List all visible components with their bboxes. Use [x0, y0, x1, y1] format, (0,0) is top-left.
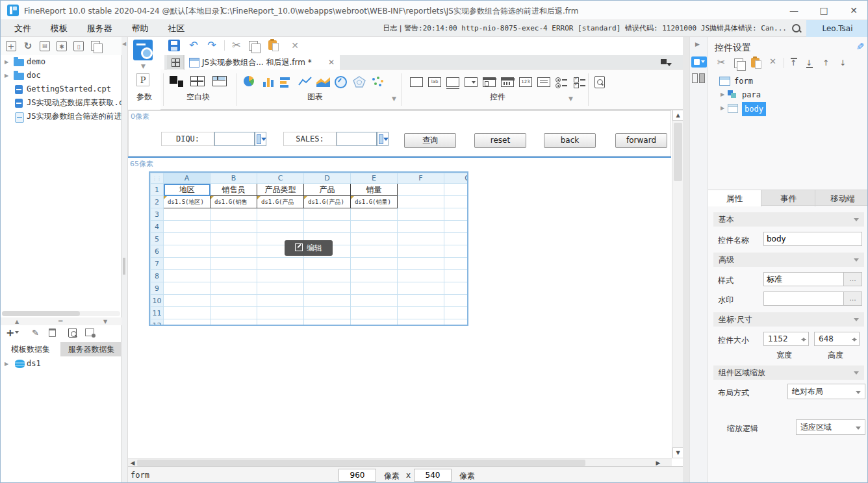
grid-cell[interactable] — [211, 295, 257, 307]
grid-cell[interactable] — [304, 221, 351, 233]
expand-arrow-icon[interactable]: ▶ — [721, 88, 724, 101]
tab-events[interactable]: 事件 — [762, 190, 815, 206]
grid-cell[interactable] — [211, 245, 257, 258]
grid-cell[interactable]: 销量 — [351, 184, 398, 196]
reset-button[interactable]: reset — [474, 133, 526, 148]
document-tab-active[interactable]: JS实现参数组合... 和后退.frm * ✕ — [185, 55, 340, 69]
grid-cell[interactable] — [444, 295, 469, 307]
grid-cell[interactable]: ds1.G(销售 — [211, 196, 257, 208]
log-status-area[interactable]: 日志 | 警告:20:14:00 http-nio-8075-exec-4 ER… — [383, 20, 787, 37]
expand-arrow-icon[interactable]: ▶ — [5, 55, 8, 69]
tree-item-label[interactable]: demo — [27, 55, 45, 69]
document-tab-title[interactable]: JS实现参数组合... 和后退.frm * — [202, 55, 312, 69]
section-collapse-icon[interactable] — [854, 318, 859, 324]
grid-cell[interactable] — [304, 319, 351, 327]
scale-logic-select[interactable]: 适应区域 — [796, 419, 865, 435]
widget-name-input[interactable] — [763, 232, 862, 246]
close-button[interactable]: ✕ — [839, 1, 868, 20]
grid-cell[interactable] — [164, 233, 211, 245]
radar-chart-icon[interactable] — [353, 76, 367, 88]
grid-cell[interactable] — [164, 295, 211, 307]
grid-cell[interactable]: ds1.G(产品 — [257, 196, 304, 208]
panel-splitter[interactable]: ▲ = ▼ — [1, 317, 121, 325]
expand-arrow-icon[interactable]: ▶ — [5, 357, 8, 371]
horizontal-scroll-thumb[interactable] — [137, 460, 585, 466]
tree-item-label[interactable]: JS实现参数组合筛选的前进 — [27, 110, 121, 123]
section-collapse-icon[interactable] — [854, 218, 859, 224]
row-header-7[interactable]: 7 — [151, 258, 164, 270]
refresh-icon[interactable]: ↻ — [23, 41, 33, 51]
style-input[interactable] — [763, 272, 844, 286]
new-sheet-grid-icon[interactable] — [167, 55, 184, 69]
grid-cell[interactable] — [398, 245, 444, 258]
date-widget-icon[interactable] — [501, 77, 514, 87]
grid-cell[interactable]: ds1.S(地区) — [164, 196, 211, 208]
cut-icon[interactable]: ✂ — [229, 38, 244, 53]
number-widget-icon[interactable]: 123 — [519, 77, 532, 87]
grid-cell[interactable] — [211, 319, 257, 327]
style-more-button[interactable]: ... — [844, 272, 862, 286]
grid-cell[interactable] — [398, 307, 444, 319]
grid-cell[interactable] — [211, 282, 257, 295]
sales-input[interactable] — [337, 132, 377, 146]
add-dataset-icon[interactable]: + — [6, 327, 14, 339]
grid-cell[interactable] — [304, 270, 351, 282]
column-header-E[interactable]: E — [351, 173, 398, 184]
edit-pencil-icon[interactable]: ✎ — [856, 41, 865, 53]
tree-item-label[interactable]: JS实现动态数据库表获取.c — [27, 96, 121, 110]
split-block-icon[interactable] — [190, 76, 205, 86]
expand-arrow-icon[interactable]: ▶ — [721, 102, 724, 115]
grid-cell[interactable] — [398, 282, 444, 295]
column-header-B[interactable]: B — [211, 173, 257, 184]
edit-block-button[interactable]: 编辑 — [285, 240, 333, 256]
grid-cell[interactable] — [351, 319, 398, 327]
section-basic[interactable]: 基本 — [713, 212, 864, 227]
tab-server-dataset[interactable]: 服务器数据集 — [61, 342, 121, 356]
grid-cell[interactable] — [444, 319, 469, 327]
tree-item-js-param-filter[interactable]: JS实现参数组合筛选的前进 — [1, 110, 121, 123]
template-settings-gear-icon[interactable]: ✱ — [57, 41, 67, 51]
menu-template[interactable]: 模板 — [42, 20, 76, 37]
row-header-6[interactable]: 6 — [151, 245, 164, 258]
grid-cell[interactable] — [304, 307, 351, 319]
move-down-icon[interactable]: ↓ — [839, 58, 847, 68]
grid-cell[interactable] — [351, 208, 398, 221]
copy-template-icon[interactable] — [90, 41, 101, 51]
delete-icon[interactable]: ✕ — [288, 38, 302, 53]
grid-cell[interactable] — [444, 307, 469, 319]
grid-cell[interactable] — [398, 270, 444, 282]
grid-cell[interactable]: 产品 — [304, 184, 351, 196]
maximize-button[interactable]: □ — [809, 1, 839, 20]
grid-cell[interactable] — [398, 196, 444, 208]
divider-grip[interactable] — [123, 258, 125, 275]
grid-cell[interactable] — [398, 319, 444, 327]
row-header-9[interactable]: 9 — [151, 282, 164, 295]
dataset-config-icon[interactable] — [85, 328, 94, 336]
tree-item-js-dynamic[interactable]: JS实现动态数据库表获取.c — [1, 96, 121, 110]
grid-cell[interactable] — [351, 245, 398, 258]
grid-cell[interactable] — [444, 184, 469, 196]
dataset-item-ds1[interactable]: ▶ ds1 — [1, 356, 121, 371]
grid-cell[interactable] — [398, 295, 444, 307]
expand-arrow-icon[interactable]: ▶ — [5, 69, 8, 82]
width-spinner[interactable]: 1152 — [763, 332, 809, 346]
search-icon[interactable] — [792, 24, 801, 33]
chart-section-chevron-icon[interactable]: ▼ — [392, 95, 396, 102]
grid-cell[interactable] — [164, 282, 211, 295]
explorer-horizontal-scrollbar[interactable] — [2, 311, 120, 316]
redo-icon[interactable]: ↷ — [205, 38, 219, 53]
label-widget-icon[interactable]: lab — [428, 77, 441, 87]
row-header-12[interactable]: 12 — [151, 319, 164, 327]
grid-cell[interactable]: 产品类型 — [257, 184, 304, 196]
menu-server[interactable]: 服务器 — [79, 20, 121, 37]
grid-cell[interactable] — [257, 319, 304, 327]
left-panel-divider[interactable]: ◀ — [121, 37, 128, 483]
spinner-arrows-icon[interactable] — [801, 334, 806, 345]
grid-cell[interactable] — [351, 221, 398, 233]
section-collapse-icon[interactable] — [854, 371, 859, 377]
menu-file[interactable]: 文件 — [6, 20, 40, 37]
edit-dataset-pencil-icon[interactable]: ✎ — [32, 328, 39, 338]
grid-corner[interactable]: ⋮⋮ — [151, 173, 164, 184]
template-preview-caret-icon[interactable]: ▼ — [141, 63, 146, 69]
menu-help[interactable]: 帮助 — [123, 20, 157, 37]
